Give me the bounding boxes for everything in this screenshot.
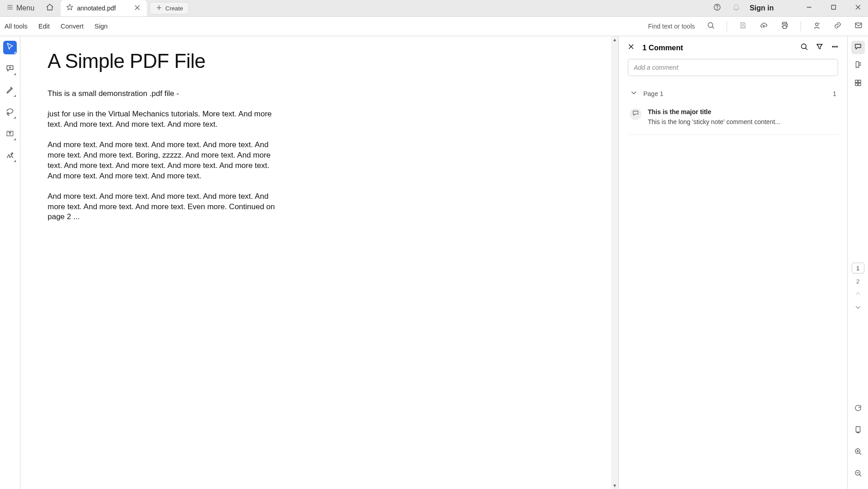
vertical-scrollbar[interactable]: ▲ ▼ <box>611 36 618 489</box>
toolbar-right: Find text or tools <box>648 21 864 31</box>
page-fit-button[interactable] <box>851 424 865 437</box>
page-fit-icon <box>854 426 862 436</box>
document-tab[interactable]: annotated.pdf <box>61 0 147 16</box>
print-button[interactable] <box>780 21 790 31</box>
toolbar-convert[interactable]: Convert <box>61 23 84 30</box>
svg-point-9 <box>717 9 717 9</box>
document-paragraph: And more text. And more text. And more t… <box>48 140 283 182</box>
search-button[interactable] <box>706 21 716 31</box>
comments-more-button[interactable] <box>831 43 839 53</box>
toolbar-edit[interactable]: Edit <box>39 23 50 30</box>
save-button[interactable] <box>738 21 748 31</box>
rotate-button[interactable] <box>851 402 865 416</box>
zoom-in-button[interactable] <box>851 446 865 459</box>
current-page-input[interactable]: 1 <box>852 263 864 273</box>
document-paragraph: just for use in the Virtual Mechanics tu… <box>48 109 283 130</box>
svg-rect-16 <box>742 26 744 28</box>
comments-page-count: 1 <box>833 90 836 97</box>
svg-rect-38 <box>858 83 860 86</box>
rotate-icon <box>854 404 862 414</box>
current-page-value: 1 <box>856 265 859 272</box>
menu-button[interactable]: Menu <box>2 2 39 14</box>
scroll-down-icon: ▼ <box>612 483 617 488</box>
link-button[interactable] <box>833 21 843 31</box>
more-icon <box>831 44 839 52</box>
window-maximize-button[interactable] <box>825 0 842 16</box>
left-tool-rail <box>0 36 20 489</box>
thumbnails-rail-button[interactable] <box>851 77 865 91</box>
toolbar: All tools Edit Convert Sign Find text or… <box>0 16 868 36</box>
textbox-tool[interactable] <box>3 128 17 141</box>
titlebar: Menu annotated.pdf Create Sign in <box>0 0 868 16</box>
ai-assistant-button[interactable] <box>812 21 822 31</box>
svg-rect-11 <box>832 5 836 10</box>
select-tool[interactable] <box>3 41 17 54</box>
maximize-icon <box>829 3 838 13</box>
comments-panel: 1 Comment Add a comment Page 1 1 This is… <box>618 36 847 489</box>
comment-type-icon-wrap <box>630 108 641 120</box>
page-up-button[interactable] <box>854 289 862 299</box>
page-down-button[interactable] <box>854 303 862 313</box>
lasso-icon <box>5 107 14 118</box>
comments-filter-button[interactable] <box>815 43 824 53</box>
notifications-button[interactable] <box>731 3 742 14</box>
bookmarks-rail-button[interactable] <box>851 59 865 72</box>
svg-point-29 <box>832 46 833 47</box>
total-pages-label: 2 <box>856 278 859 285</box>
comments-rail-button[interactable] <box>851 41 865 54</box>
plus-icon <box>155 4 163 13</box>
window-minimize-button[interactable] <box>801 0 817 16</box>
cloud-upload-icon <box>760 21 768 31</box>
bell-icon <box>732 3 740 13</box>
comments-search-button[interactable] <box>800 43 808 53</box>
zoom-out-button[interactable] <box>851 467 865 481</box>
find-label[interactable]: Find text or tools <box>648 23 695 30</box>
close-icon <box>627 44 635 52</box>
add-comment-input[interactable]: Add a comment <box>628 59 838 76</box>
comment-plus-icon <box>5 64 14 75</box>
svg-rect-36 <box>858 80 860 82</box>
chevron-down-icon <box>854 306 862 313</box>
svg-rect-37 <box>855 83 858 86</box>
home-icon <box>46 3 54 13</box>
cursor-icon <box>5 42 14 53</box>
draw-tool[interactable] <box>3 106 17 120</box>
star-icon <box>66 4 73 13</box>
create-button[interactable]: Create <box>149 2 189 14</box>
comments-close-button[interactable] <box>627 43 635 53</box>
share-cloud-button[interactable] <box>759 21 769 31</box>
toolbar-all-tools[interactable]: All tools <box>5 23 28 30</box>
svg-point-31 <box>836 46 837 47</box>
zoom-out-icon <box>854 469 862 479</box>
home-button[interactable] <box>42 0 58 16</box>
add-comment-placeholder: Add a comment <box>634 64 678 71</box>
main-region: IRON IRON IRON IRON IRON IRON <box>0 36 868 489</box>
email-button[interactable] <box>854 21 863 31</box>
sign-tool[interactable] <box>3 149 17 163</box>
document-area[interactable]: IRON IRON IRON IRON IRON IRON <box>20 36 618 489</box>
svg-marker-3 <box>67 4 72 10</box>
comment-entry[interactable]: This is the major title This is the long… <box>628 102 838 135</box>
tab-close-button[interactable] <box>133 4 141 13</box>
close-icon <box>854 3 862 13</box>
window-close-button[interactable] <box>850 0 866 16</box>
zoom-in-icon <box>854 447 862 457</box>
comment-tool[interactable] <box>3 62 17 76</box>
svg-line-15 <box>712 27 714 29</box>
mail-icon <box>854 21 863 31</box>
svg-line-45 <box>859 475 861 476</box>
toolbar-sign[interactable]: Sign <box>95 23 108 30</box>
comments-page-row[interactable]: Page 1 1 <box>628 85 838 102</box>
comments-page-label: Page 1 <box>643 90 663 97</box>
sign-in-button[interactable]: Sign in <box>750 4 774 12</box>
tab-title: annotated.pdf <box>77 5 130 12</box>
signature-icon <box>5 151 14 162</box>
highlight-tool[interactable] <box>3 84 17 98</box>
search-icon <box>800 44 808 52</box>
hamburger-icon <box>6 4 14 13</box>
comments-title: 1 Comment <box>642 43 683 52</box>
help-button[interactable] <box>712 3 723 14</box>
scroll-up-icon: ▲ <box>612 37 617 42</box>
bookmark-list-icon <box>854 61 862 71</box>
close-icon <box>133 6 141 13</box>
